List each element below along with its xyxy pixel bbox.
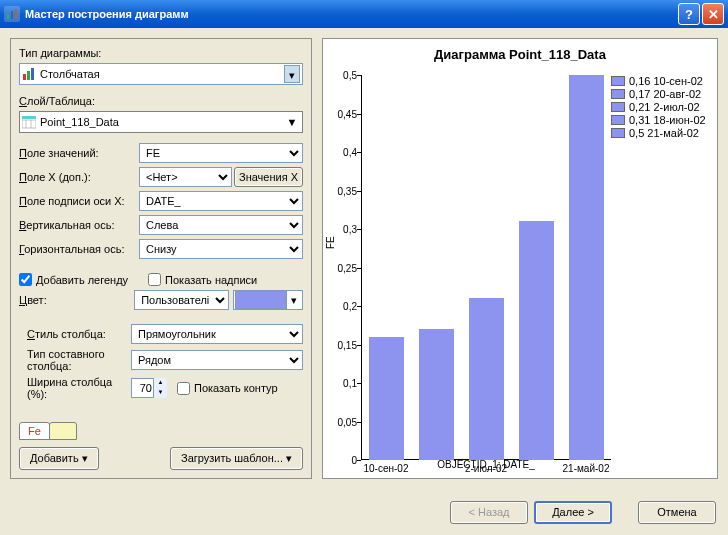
y-tick-label: 0,5 xyxy=(343,70,357,81)
wizard-footer: < Назад Далее > Отмена xyxy=(0,489,728,535)
x-axis-label: OBJECTID_1; DATE_ xyxy=(361,459,611,470)
chevron-down-icon: ▾ xyxy=(283,452,292,464)
y-tick-label: 0,15 xyxy=(338,339,357,350)
chart-preview: Диаграмма Point_118_Data FE 00,050,10,15… xyxy=(322,38,718,479)
value-field-label: Поле значений: xyxy=(19,147,139,159)
settings-panel: Тип диаграммы: Столбчатая ▾ Слой/Таблица… xyxy=(10,38,312,479)
x-field-label: Поле X (доп.): xyxy=(19,171,139,183)
cancel-button[interactable]: Отмена xyxy=(638,501,716,524)
y-axis: 00,050,10,150,20,250,30,350,40,450,5 xyxy=(323,75,361,460)
value-field-select[interactable]: FE xyxy=(139,143,303,163)
chart-title: Диаграмма Point_118_Data xyxy=(323,39,717,62)
bar-style-select[interactable]: Прямоугольник xyxy=(131,324,303,344)
multibar-type-select[interactable]: Рядом xyxy=(131,350,303,370)
add-button[interactable]: Добавить ▾ xyxy=(19,447,99,470)
series-tab-blank[interactable] xyxy=(49,422,77,440)
chart-body xyxy=(361,75,611,460)
legend-item: 0,5 21-май-02 xyxy=(611,127,711,139)
bar xyxy=(519,221,554,460)
legend: 0,16 10-сен-020,17 20-авг-020,21 2-июл-0… xyxy=(611,75,711,140)
chevron-down-icon: ▾ xyxy=(79,452,88,464)
horizontal-axis-label: Горизонтальная ось: xyxy=(19,243,139,255)
y-tick-label: 0,3 xyxy=(343,224,357,235)
bar-width-spinner[interactable]: ▲▼ xyxy=(131,378,167,398)
legend-item: 0,16 10-сен-02 xyxy=(611,75,711,87)
vertical-axis-select[interactable]: Слева xyxy=(139,215,303,235)
close-button[interactable]: ✕ xyxy=(702,3,724,25)
x-values-button[interactable]: Значения X xyxy=(234,167,303,187)
y-tick-label: 0,4 xyxy=(343,147,357,158)
svg-rect-2 xyxy=(15,9,17,19)
layer-table-select[interactable]: Point_118_Data ▼ xyxy=(19,111,303,133)
bar xyxy=(569,75,604,460)
show-outline-checkbox[interactable]: Показать контур xyxy=(177,382,278,395)
y-tick-label: 0,2 xyxy=(343,301,357,312)
legend-item: 0,31 18-июн-02 xyxy=(611,114,711,126)
app-icon xyxy=(4,6,20,22)
svg-rect-3 xyxy=(23,74,26,80)
y-tick-label: 0,25 xyxy=(338,262,357,273)
chevron-down-icon: ▼ xyxy=(284,116,300,128)
table-icon xyxy=(22,115,36,129)
back-button[interactable]: < Назад xyxy=(450,501,528,524)
bar xyxy=(369,337,404,460)
bar xyxy=(469,298,504,460)
bar-width-label: Ширина столбца (%): xyxy=(19,376,131,400)
legend-item: 0,21 2-июл-02 xyxy=(611,101,711,113)
chevron-down-icon: ▾ xyxy=(287,294,301,307)
x-axis-label-field-select[interactable]: DATE_ xyxy=(139,191,303,211)
y-tick-label: 0,35 xyxy=(338,185,357,196)
layer-table-label: Слой/Таблица: xyxy=(19,95,139,107)
bar-style-label: Стиль столбца: xyxy=(19,328,131,340)
series-tab[interactable]: Fe xyxy=(19,422,50,440)
svg-rect-4 xyxy=(27,71,30,80)
color-picker[interactable]: ▾ xyxy=(233,290,303,310)
x-field-select[interactable]: <Нет> xyxy=(139,167,232,187)
add-legend-checkbox[interactable]: Добавить легенду xyxy=(19,273,128,286)
chevron-down-icon: ▾ xyxy=(284,65,300,83)
titlebar: Мастер построения диаграмм ? ✕ xyxy=(0,0,728,28)
x-axis-label-field-label: Поле подписи оси X: xyxy=(19,195,139,207)
svg-rect-1 xyxy=(11,11,13,19)
chart-type-select[interactable]: Столбчатая ▾ xyxy=(19,63,303,85)
vertical-axis-label: Вертикальная ось: xyxy=(19,219,139,231)
chart-type-label: Тип диаграммы: xyxy=(19,47,139,59)
y-tick-label: 0,45 xyxy=(338,108,357,119)
svg-rect-5 xyxy=(31,68,34,80)
legend-item: 0,17 20-авг-02 xyxy=(611,88,711,100)
multibar-type-label: Тип составного столбца: xyxy=(19,348,131,372)
spin-down-icon[interactable]: ▼ xyxy=(153,388,167,398)
color-swatch xyxy=(235,291,287,309)
svg-rect-7 xyxy=(22,120,36,128)
y-tick-label: 0,05 xyxy=(338,416,357,427)
chart-type-value: Столбчатая xyxy=(40,68,100,80)
window-title: Мастер построения диаграмм xyxy=(25,8,189,20)
svg-rect-6 xyxy=(22,116,36,119)
layer-table-value: Point_118_Data xyxy=(40,116,119,128)
load-template-button[interactable]: Загрузить шаблон... ▾ xyxy=(170,447,303,470)
color-label: Цвет: xyxy=(19,294,134,306)
help-button[interactable]: ? xyxy=(678,3,700,25)
svg-rect-0 xyxy=(7,14,9,19)
color-mode-select[interactable]: Пользователі xyxy=(134,290,229,310)
next-button[interactable]: Далее > xyxy=(534,501,612,524)
show-labels-checkbox[interactable]: Показать надписи xyxy=(148,273,257,286)
bar-chart-icon xyxy=(22,67,36,81)
bar xyxy=(419,329,454,460)
horizontal-axis-select[interactable]: Снизу xyxy=(139,239,303,259)
y-tick-label: 0,1 xyxy=(343,378,357,389)
spin-up-icon[interactable]: ▲ xyxy=(153,378,167,388)
